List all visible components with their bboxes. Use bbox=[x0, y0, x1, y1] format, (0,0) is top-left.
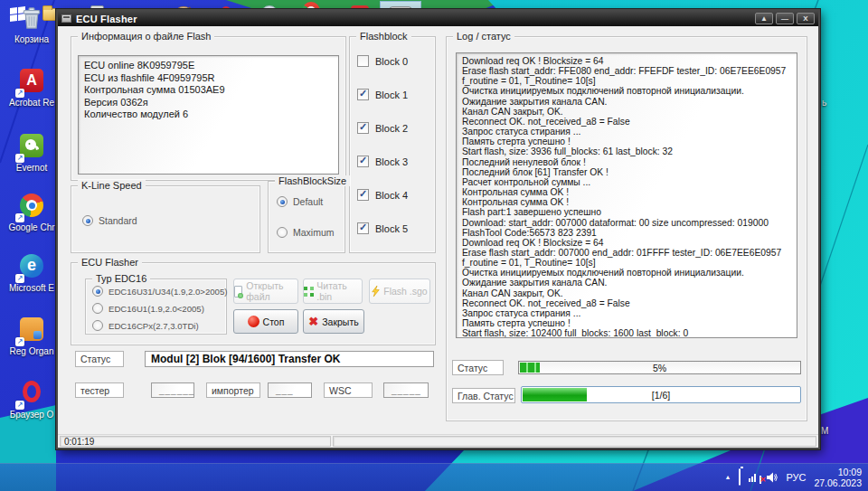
hidden-icon-label-fragment: М bbox=[821, 426, 828, 436]
system-tray: ▲ ✕ РУС 10:09 27.06.2023 bbox=[724, 463, 868, 491]
main-progress-bar: [1/6] bbox=[521, 386, 801, 403]
tray-time: 10:09 bbox=[814, 467, 862, 477]
typ-edc16-group: Typ EDC16 EDC16U31/U34(1.9,2.0>2005) EDC… bbox=[85, 279, 227, 335]
radio-edc16u31[interactable]: EDC16U31/U34(1.9,2.0>2005) bbox=[92, 286, 227, 297]
desktop-icon-recycle-bin[interactable]: Корзина bbox=[2, 5, 61, 44]
file-info-box[interactable]: ECU online 8K0959795E ECU из flashfile 4… bbox=[78, 55, 339, 175]
acrobat-icon: A↗ bbox=[18, 69, 45, 96]
read-bin-button[interactable]: Читать .bin bbox=[303, 279, 363, 304]
radio-edc16u1[interactable]: EDC16U1(1.9,2.0<2005) bbox=[92, 303, 204, 314]
log-line: Start flash, size: 3936 full_blocks: 61 … bbox=[462, 146, 791, 156]
tray-clock[interactable]: 10:09 27.06.2023 bbox=[814, 467, 862, 488]
log-line: Erase flash start_addr: FFE080 end_addr:… bbox=[462, 66, 791, 76]
button-label: Закрыть bbox=[322, 316, 358, 327]
log-line: Последний блок [61] Transfer OK ! bbox=[462, 167, 791, 177]
radio-maximum[interactable]: Maximum bbox=[277, 227, 335, 238]
log-line: f_routine = 01, T_Routine= 10[s] bbox=[462, 258, 791, 268]
checkbox-block-2[interactable]: Block 2 bbox=[357, 122, 408, 134]
checkbox-block-5[interactable]: Block 5 bbox=[357, 222, 408, 234]
desktop-icon-label: Microsoft E bbox=[2, 283, 61, 293]
opera-icon: ↗ bbox=[18, 381, 45, 408]
radio-label: Default bbox=[293, 196, 323, 207]
radio-label: EDC16U31/U34(1.9,2.0>2005) bbox=[108, 287, 227, 297]
desktop-icon-label: Evernot bbox=[2, 163, 61, 173]
importer-label-box: импортер bbox=[206, 382, 260, 398]
checkbox-block-1[interactable]: Block 1 bbox=[357, 89, 408, 100]
checkbox-icon bbox=[357, 156, 369, 167]
log-line: Расчет контрольной суммы ... bbox=[462, 177, 791, 187]
kline-speed-group-title: K-Line Speed bbox=[78, 180, 146, 191]
file-info-line: Версия 0362я bbox=[84, 97, 333, 109]
desktop-icon-evernote[interactable]: ↗ Evernot bbox=[2, 132, 61, 173]
open-file-icon bbox=[234, 286, 242, 297]
radio-icon bbox=[277, 227, 288, 238]
desktop-icon-chrome[interactable]: ↗ Google Chr bbox=[2, 192, 61, 232]
log-line: Канал CAN закрыт, OK. bbox=[462, 107, 791, 117]
tray-language-indicator[interactable]: РУС bbox=[786, 472, 806, 483]
main-status-label-box: Глав. Статус bbox=[452, 388, 515, 403]
window-titlebar[interactable]: ECU Flasher ▲ — X bbox=[58, 11, 818, 26]
chrome-icon: ↗ bbox=[18, 194, 45, 221]
checkbox-icon bbox=[357, 122, 369, 134]
radio-standard[interactable]: Standard bbox=[82, 215, 137, 226]
checkbox-label: Block 5 bbox=[375, 223, 408, 234]
checkbox-label: Block 0 bbox=[375, 56, 408, 67]
log-line: Download req OK ! Blocksize = 64 bbox=[462, 56, 791, 66]
close-app-button[interactable]: ✖Закрыть bbox=[303, 309, 364, 334]
file-info-line: ECU online 8K0959795E bbox=[84, 60, 333, 72]
log-line: Запрос статуса стирания ... bbox=[462, 127, 791, 137]
stop-button[interactable]: Стоп bbox=[233, 309, 298, 334]
tester-label-box: тестер bbox=[75, 382, 124, 398]
radio-label: EDC16CPx(2.7,3.0TDi) bbox=[108, 321, 199, 331]
reg-organizer-icon: ↗ bbox=[18, 317, 45, 345]
radio-edc16cpx[interactable]: EDC16CPx(2.7,3.0TDi) bbox=[92, 320, 199, 331]
checkbox-label: Block 4 bbox=[375, 190, 408, 201]
file-info-line: Контрольная сумма 01503AE9 bbox=[84, 84, 333, 97]
open-file-button[interactable]: Открыть файл bbox=[233, 279, 298, 304]
desktop-icon-reg-organizer[interactable]: ↗ Reg Organ bbox=[2, 316, 61, 356]
desktop-icon-label: Acrobat Re bbox=[2, 98, 61, 108]
tray-volume-icon[interactable] bbox=[767, 472, 778, 483]
flash-sgo-button[interactable]: Flash .sgo bbox=[369, 279, 430, 304]
read-bin-icon bbox=[304, 287, 313, 297]
log-box[interactable]: Download req OK ! Blocksize = 64 Erase f… bbox=[456, 52, 797, 338]
window-maximize-button[interactable]: ▲ bbox=[755, 13, 773, 24]
ecu-flasher-group: ECU Flasher Typ EDC16 EDC16U31/U34(1.9,2… bbox=[71, 262, 436, 345]
button-label: Стоп bbox=[263, 316, 285, 327]
tray-network-error-icon[interactable]: ✕ bbox=[749, 473, 759, 482]
desktop-icon-acrobat[interactable]: A↗ Acrobat Re bbox=[2, 67, 61, 108]
log-line: Ожидание закрытия канала CAN. bbox=[462, 97, 791, 107]
file-info-line: ECU из flashfile 4F0959795R bbox=[84, 72, 333, 85]
flashblocksize-group: FlashBlockSize Default Maximum bbox=[268, 181, 345, 253]
close-x-icon: ✖ bbox=[308, 316, 318, 327]
checkbox-block-4[interactable]: Block 4 bbox=[357, 189, 408, 201]
log-line: Запрос статуса стирания ... bbox=[462, 308, 791, 318]
log-line: Reconnect OK. not_received_a8 = False bbox=[462, 117, 791, 127]
checkbox-block-3[interactable]: Block 3 bbox=[357, 156, 408, 167]
evernote-icon: ↗ bbox=[18, 134, 45, 161]
log-line: Ожидание закрытия канала CAN. bbox=[462, 278, 791, 288]
desktop-icon-edge[interactable]: e↗ Microsoft E bbox=[2, 252, 61, 293]
log-line: Память стерта успешно ! bbox=[462, 137, 791, 146]
tray-chevron-up-icon[interactable]: ▲ bbox=[724, 474, 731, 480]
tray-usb-icon[interactable] bbox=[739, 469, 741, 486]
shortcut-arrow-icon: ↗ bbox=[15, 154, 24, 163]
radio-default[interactable]: Default bbox=[277, 196, 323, 207]
wsc-field[interactable]: _____ bbox=[383, 382, 429, 398]
checkbox-icon bbox=[357, 55, 369, 67]
tester-field[interactable]: ______ bbox=[151, 382, 194, 398]
log-group: Log / статус Download req OK ! Blocksize… bbox=[446, 36, 807, 421]
log-line: Очистка инициируемых подключений повторн… bbox=[462, 268, 791, 278]
shortcut-arrow-icon: ↗ bbox=[15, 213, 24, 222]
window-minimize-button[interactable]: — bbox=[776, 13, 794, 24]
importer-field[interactable]: ___ bbox=[268, 382, 312, 398]
button-label: Flash .sgo bbox=[383, 286, 427, 297]
desktop-icon-opera[interactable]: ↗ Браузер O bbox=[2, 379, 61, 420]
window-app-icon bbox=[61, 14, 71, 23]
window-close-button[interactable]: X bbox=[797, 13, 815, 24]
checkbox-block-0[interactable]: Block 0 bbox=[357, 55, 408, 67]
progress-status-label-box: Статус bbox=[452, 360, 504, 375]
log-group-title: Log / статус bbox=[453, 31, 514, 42]
log-line: Flash part:1 завершено успешно bbox=[462, 207, 791, 217]
status-value-field[interactable]: Modul [2] Blok [94/1600] Transfer OK bbox=[145, 351, 434, 367]
